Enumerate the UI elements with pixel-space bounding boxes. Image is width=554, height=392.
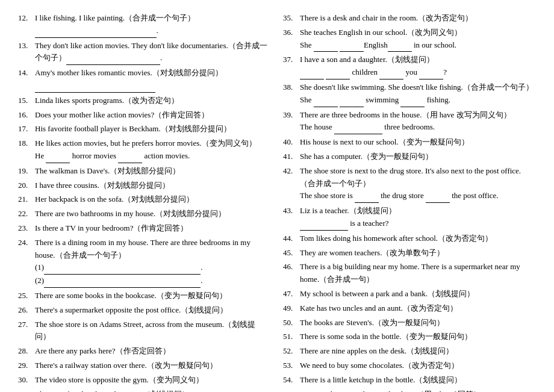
item-14: 14. Amy's mother likes romantic movies.（… [18,67,271,93]
item-28: 28. Are there any parks here?（作否定回答） [18,345,271,358]
item-40: 40. His house is next to our school.（变为一… [283,136,536,149]
item-30: 30. The video store is opposite the gym.… [18,374,271,387]
item-35: 35. There is a desk and chair in the roo… [283,12,536,25]
item-17: 17. His favorite football player is Beck… [18,123,271,135]
item-26: 26. There's a supermarket opposite the p… [18,304,271,317]
item-41: 41. She has a computer.（变为一般疑问句） [283,151,536,163]
item-51: 51. There is some soda in the bottle.（变为… [283,331,536,343]
item-27: 27. The shoe store is on Adams Street, a… [18,319,271,344]
item-12: 12. I like fishing. I like painting.（合并成… [18,12,271,38]
item-37: 37. I have a son and a daughter.（划线提问） c… [283,54,536,79]
item-25: 25. There are some books in the bookcase… [18,290,271,302]
item-15: 15. Linda likes sports programs.（改为否定句） [18,95,271,107]
page-container: 12. I like fishing. I like painting.（合并成… [18,12,536,392]
item-53: 53. We need to buy some chocolates.（改为否定… [283,359,536,372]
item-13: 13. They don't like action movies. They … [18,40,271,66]
item-39: 39. There are three bedrooms in the hous… [283,109,536,135]
item-54: 54. There is a little ketchup in the bot… [283,374,536,387]
item-55: 55. How much meat is there in the shop?（… [283,388,536,392]
item-23: 23. Is there a TV in your bedroom?（作肯定回答… [18,222,271,235]
item-36: 36. She teaches English in our school.（改… [283,26,536,52]
item-29: 29. There's a railway station over there… [18,359,271,372]
item-43: 43. Liz is a teacher.（划线提问） is a teacher… [283,205,536,231]
item-19: 19. The walkman is Dave's.（对划线部分提问） [18,165,271,178]
item-21: 21. Her backpack is on the sofa.（对划线部分提问… [18,193,271,206]
item-22: 22. There are two bathrooms in my house.… [18,208,271,220]
item-24: 24. There is a dining room in my house. … [18,237,271,288]
item-38: 38. She doesn't like swimming. She doesn… [283,81,536,107]
item-45: 45. They are women teachers.（改为单数句子） [283,247,536,260]
item-31: 31. There are four hotels on the street.… [18,388,271,392]
item-52: 52. There are nine apples on the desk.（划… [283,345,536,358]
left-column: 12. I like fishing. I like painting.（合并成… [18,12,271,392]
item-20: 20. I have three cousins.（对划线部分提问） [18,179,271,192]
item-47: 47. My school is between a park and a ba… [283,288,536,300]
item-49: 49. Kate has two uncles and an aunt.（改为否… [283,302,536,315]
item-44: 44. Tom likes doing his homework after s… [283,232,536,245]
item-42: 42. The shoe store is next to the drug s… [283,165,536,203]
item-16: 16. Does your mother like action movies?… [18,109,271,122]
right-column: 35. There is a desk and chair in the roo… [283,12,536,392]
item-50: 50. The books are Steven's.（改为一般疑问句） [283,317,536,329]
item-18: 18. He likes action movies, but he prefe… [18,137,271,163]
item-46: 46. There is a big building near my home… [283,261,536,286]
